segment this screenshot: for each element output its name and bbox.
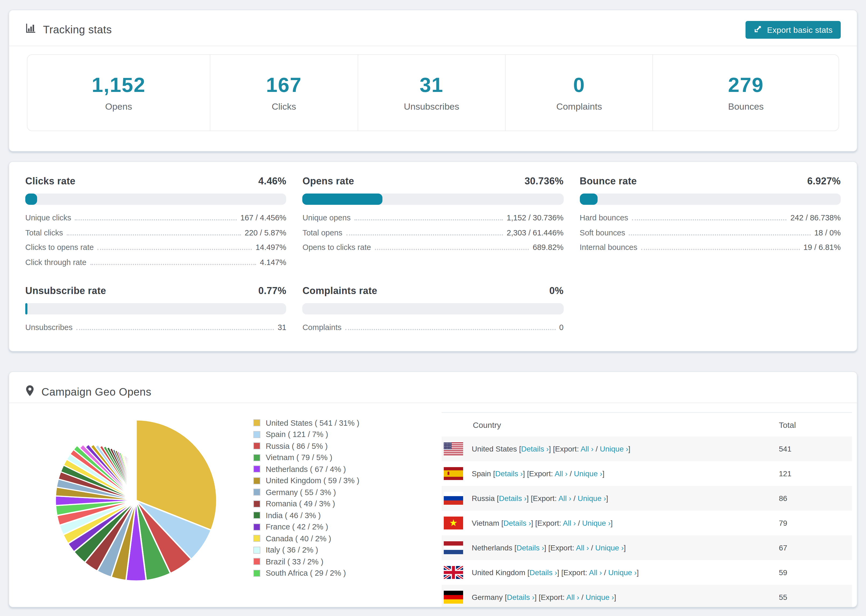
rate-title: Clicks rate [25, 176, 76, 187]
summary-value: 31 [420, 73, 444, 96]
stat-label: Clicks to opens rate [25, 243, 94, 251]
summary-box-clicks: 167Clicks [210, 55, 358, 130]
legend-swatch [254, 523, 260, 531]
stat-value: 4.147% [260, 258, 286, 266]
legend-item: Canada ( 40 / 2% ) [254, 533, 359, 544]
export-unique-link[interactable]: Unique › [595, 544, 624, 552]
progress-bar [579, 193, 841, 205]
bar-chart-icon [25, 23, 36, 36]
details-link[interactable]: Details › [529, 568, 557, 577]
country-cell-text: Russia [Details ›] [Export: All › / Uniq… [472, 494, 608, 503]
divider [9, 402, 857, 403]
summary-box-bounces: 279Bounces [653, 55, 839, 130]
export-unique-link[interactable]: Unique › [578, 494, 606, 503]
country-cell-text: United States [Details ›] [Export: All ›… [472, 445, 630, 453]
legend-item: Vietnam ( 79 / 5% ) [254, 452, 359, 464]
stat-value: 14.497% [255, 243, 287, 251]
stat-row: Click through rate4.147% [25, 258, 287, 272]
progress-fill [302, 193, 383, 205]
details-link[interactable]: Details › [516, 544, 544, 552]
progress-fill [25, 303, 27, 314]
export-all-link[interactable]: All › [589, 568, 602, 577]
stat-label: Hard bounces [579, 214, 628, 222]
geo-table-row: Spain [Details ›] [Export: All › / Uniqu… [442, 461, 852, 486]
dotted-leader [354, 219, 503, 220]
stat-label: Soft bounces [579, 228, 625, 237]
stat-row: Unique clicks167 / 4.456% [25, 214, 287, 228]
export-unique-link[interactable]: Unique › [608, 568, 636, 577]
legend-swatch [254, 500, 260, 508]
export-all-link[interactable]: All › [558, 494, 571, 503]
progress-fill [25, 193, 37, 205]
stat-row: Opens to clicks rate689.82% [302, 243, 564, 258]
geo-table-row: Russia [Details ›] [Export: All › / Uniq… [442, 486, 852, 511]
total-cell: 86 [772, 486, 852, 511]
stat-label: Opens to clicks rate [302, 243, 371, 251]
divider [9, 46, 857, 46]
summary-value: 167 [266, 73, 302, 96]
legend-item: United States ( 541 / 31% ) [254, 417, 359, 429]
stat-value: 31 [277, 323, 286, 332]
export-unique-link[interactable]: Unique › [574, 469, 602, 478]
details-link[interactable]: Details › [507, 593, 535, 602]
flag-icon-ru [444, 492, 463, 505]
pie-legend: United States ( 541 / 31% )Spain ( 121 /… [254, 417, 359, 579]
rate-section-clicks-rate: Clicks rate4.46%Unique clicks167 / 4.456… [25, 176, 287, 272]
rate-value: 0% [549, 285, 564, 297]
summary-boxes: 1,152Opens167Clicks31Unsubscribes0Compla… [27, 54, 839, 131]
geo-title: Campaign Geo Opens [41, 386, 151, 398]
stat-row: Complaints0 [302, 323, 564, 338]
export-all-link[interactable]: All › [554, 469, 567, 478]
legend-swatch [254, 489, 260, 496]
legend-swatch [254, 466, 260, 473]
legend-label: Brazil ( 33 / 2% ) [266, 558, 323, 566]
stat-label: Unsubscribes [25, 323, 72, 332]
country-cell-text: Germany [Details ›] [Export: All › / Uni… [472, 593, 616, 602]
legend-label: Russia ( 86 / 5% ) [266, 442, 328, 451]
legend-label: France ( 42 / 2% ) [266, 523, 328, 531]
legend-swatch [254, 570, 260, 577]
export-unique-link[interactable]: Unique › [586, 593, 614, 602]
rate-title: Complaints rate [302, 285, 377, 297]
stat-label: Unique clicks [25, 214, 71, 222]
stat-label: Internal bounces [579, 243, 637, 251]
export-basic-stats-button[interactable]: Export basic stats [746, 21, 841, 39]
summary-label: Bounces [728, 101, 764, 112]
legend-item: Netherlands ( 67 / 4% ) [254, 464, 359, 475]
geo-pie-chart [50, 415, 222, 586]
legend-label: United Kingdom ( 59 / 3% ) [266, 476, 359, 485]
geo-header: Campaign Geo Opens [25, 385, 151, 399]
export-all-link[interactable]: All › [576, 544, 589, 552]
country-cell-text: Spain [Details ›] [Export: All › / Uniqu… [472, 469, 604, 478]
export-icon [754, 25, 762, 35]
legend-label: South Africa ( 29 / 2% ) [266, 569, 346, 578]
tracking-stats-header: Tracking stats [25, 23, 112, 36]
details-link[interactable]: Details › [521, 445, 549, 453]
details-link[interactable]: Details › [495, 469, 523, 478]
legend-swatch [254, 454, 260, 461]
rate-title: Bounce rate [579, 176, 636, 187]
export-all-link[interactable]: All › [567, 593, 579, 602]
country-cell-text: Vietnam [Details ›] [Export: All › / Uni… [472, 519, 612, 527]
progress-fill [579, 193, 598, 205]
dotted-leader [346, 234, 503, 235]
rates-grid: Clicks rate4.46%Unique clicks167 / 4.456… [25, 176, 841, 338]
stat-value: 0 [559, 323, 564, 332]
details-link[interactable]: Details › [504, 519, 531, 527]
legend-label: India ( 46 / 3% ) [266, 511, 321, 520]
details-link[interactable]: Details › [499, 494, 527, 503]
dotted-leader [90, 264, 256, 265]
stat-row: Unsubscribes31 [25, 323, 287, 338]
summary-label: Clicks [272, 101, 296, 112]
export-all-link[interactable]: All › [581, 445, 594, 453]
export-unique-link[interactable]: Unique › [600, 445, 628, 453]
legend-label: Spain ( 121 / 7% ) [266, 430, 328, 439]
export-unique-link[interactable]: Unique › [582, 519, 611, 527]
column-header-total: Total [772, 413, 852, 437]
total-cell: 55 [772, 585, 852, 607]
country-cell-text: Netherlands [Details ›] [Export: All › /… [472, 544, 626, 552]
dotted-leader [632, 219, 787, 220]
export-all-link[interactable]: All › [563, 519, 576, 527]
flag-icon-gb [444, 566, 463, 579]
legend-item: Brazil ( 33 / 2% ) [254, 556, 359, 567]
